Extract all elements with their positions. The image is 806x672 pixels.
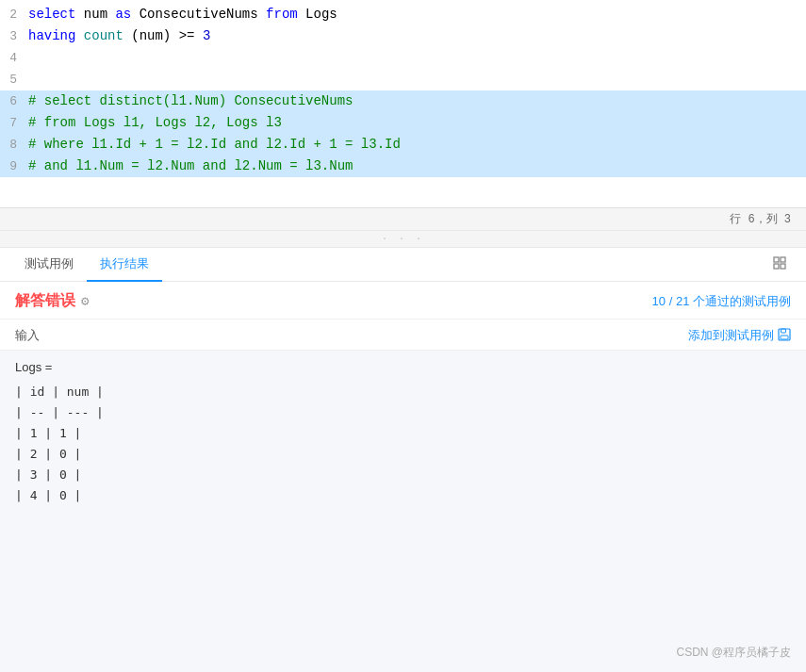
code-line-2: 2 select num as ConsecutiveNums from Log… bbox=[0, 4, 806, 25]
line-content-8: # where l1.Id + 1 = l2.Id and l2.Id + 1 … bbox=[28, 134, 806, 155]
add-test-button[interactable]: 添加到测试用例 bbox=[688, 327, 791, 344]
comment-9: # and l1.Num = l2.Num and l2.Num = l3.Nu… bbox=[28, 158, 353, 173]
svg-rect-3 bbox=[781, 264, 785, 269]
data-area: Logs = | id | num | | -- | --- | | 1 | 1… bbox=[0, 351, 806, 672]
settings-icon[interactable]: ⚙ bbox=[81, 293, 89, 309]
comment-8: # where l1.Id + 1 = l2.Id and l2.Id + 1 … bbox=[28, 137, 401, 152]
line-content-9: # and l1.Num = l2.Num and l2.Num = l3.Nu… bbox=[28, 156, 806, 176]
data-label: Logs = bbox=[15, 360, 791, 374]
table-row: | -- | --- | bbox=[15, 402, 791, 423]
tab-execution-result[interactable]: 执行结果 bbox=[87, 248, 162, 282]
input-section: 输入 添加到测试用例 bbox=[0, 320, 806, 351]
table-row: | 1 | 1 | bbox=[15, 423, 791, 444]
error-text: 解答错误 bbox=[15, 291, 75, 311]
line-content-6: # select distinct(l1.Num) ConsecutiveNum… bbox=[28, 90, 806, 111]
cursor-position: 行 6，列 3 bbox=[730, 211, 791, 227]
num-value: 3 bbox=[203, 28, 210, 43]
code-line-5: 5 bbox=[0, 69, 806, 90]
status-bar: 行 6，列 3 bbox=[0, 207, 806, 230]
input-label: 输入 bbox=[15, 327, 40, 344]
table-row: | 3 | 0 | bbox=[15, 465, 791, 485]
svg-rect-0 bbox=[774, 257, 779, 262]
svg-rect-2 bbox=[774, 264, 779, 269]
keyword-select: select bbox=[28, 7, 75, 22]
code-line-6: 6 # select distinct(l1.Num) ConsecutiveN… bbox=[0, 90, 806, 112]
table-row: | 4 | 0 | bbox=[15, 485, 791, 506]
fn-count: count bbox=[84, 28, 123, 43]
tabs-bar: 测试用例 执行结果 bbox=[0, 248, 806, 282]
svg-rect-1 bbox=[781, 257, 785, 262]
line-number-2: 2 bbox=[0, 5, 28, 25]
input-header: 输入 添加到测试用例 bbox=[15, 327, 791, 344]
keyword-from: from bbox=[266, 7, 298, 22]
result-area: 解答错误 ⚙ 10 / 21 个通过的测试用例 输入 添加到测试用例 bbox=[0, 282, 806, 672]
line-number-4: 4 bbox=[0, 48, 28, 69]
code-text: ConsecutiveNums bbox=[140, 7, 266, 22]
code-line-4: 4 bbox=[0, 47, 806, 69]
bottom-panel: 测试用例 执行结果 解答错误 ⚙ 10 / 21 个 bbox=[0, 248, 806, 672]
line-content-3: having count (num) >= 3 bbox=[28, 25, 806, 46]
error-title: 解答错误 ⚙ bbox=[15, 291, 89, 311]
watermark: CSDN @程序员橘子皮 bbox=[676, 645, 791, 661]
line-number-8: 8 bbox=[0, 135, 28, 156]
keyword-as: as bbox=[115, 7, 131, 22]
code-line-7: 7 # from Logs l1, Logs l2, Logs l3 bbox=[0, 112, 806, 134]
line-content-4 bbox=[28, 47, 806, 68]
code-text: (num) bbox=[131, 28, 178, 43]
operator: >= bbox=[179, 28, 195, 43]
code-line-3: 3 having count (num) >= 3 bbox=[0, 25, 806, 47]
test-count: 10 / 21 个通过的测试用例 bbox=[652, 293, 791, 310]
line-content-7: # from Logs l1, Logs l2, Logs l3 bbox=[28, 112, 806, 133]
save-icon bbox=[778, 328, 791, 344]
keyword-having: having bbox=[28, 28, 75, 43]
line-content-5 bbox=[28, 69, 806, 90]
line-number-7: 7 bbox=[0, 113, 28, 134]
expand-icon[interactable] bbox=[765, 252, 795, 278]
line-number-3: 3 bbox=[0, 26, 28, 47]
line-number-5: 5 bbox=[0, 70, 28, 90]
table-row: | 2 | 0 | bbox=[15, 444, 791, 465]
line-content-2: select num as ConsecutiveNums from Logs bbox=[28, 4, 806, 25]
code-text: num bbox=[84, 7, 116, 22]
data-table: | id | num | | -- | --- | | 1 | 1 | | 2 … bbox=[15, 382, 791, 506]
resize-dots: · · · bbox=[382, 234, 424, 244]
line-number-9: 9 bbox=[0, 156, 28, 177]
result-header: 解答错误 ⚙ 10 / 21 个通过的测试用例 bbox=[0, 282, 806, 320]
svg-rect-6 bbox=[781, 336, 788, 339]
table-row: | id | num | bbox=[15, 382, 791, 402]
line-number-6: 6 bbox=[0, 91, 28, 112]
comment-6: # select distinct(l1.Num) ConsecutiveNum… bbox=[28, 93, 353, 108]
code-editor[interactable]: 2 select num as ConsecutiveNums from Log… bbox=[0, 0, 806, 207]
code-line-8: 8 # where l1.Id + 1 = l2.Id and l2.Id + … bbox=[0, 134, 806, 156]
tab-test-cases[interactable]: 测试用例 bbox=[11, 248, 87, 282]
resize-handle[interactable]: · · · bbox=[0, 230, 806, 248]
svg-rect-5 bbox=[781, 329, 786, 333]
code-text: Logs bbox=[305, 7, 337, 22]
code-line-9: 9 # and l1.Num = l2.Num and l2.Num = l3.… bbox=[0, 156, 806, 177]
comment-7: # from Logs l1, Logs l2, Logs l3 bbox=[28, 115, 282, 130]
